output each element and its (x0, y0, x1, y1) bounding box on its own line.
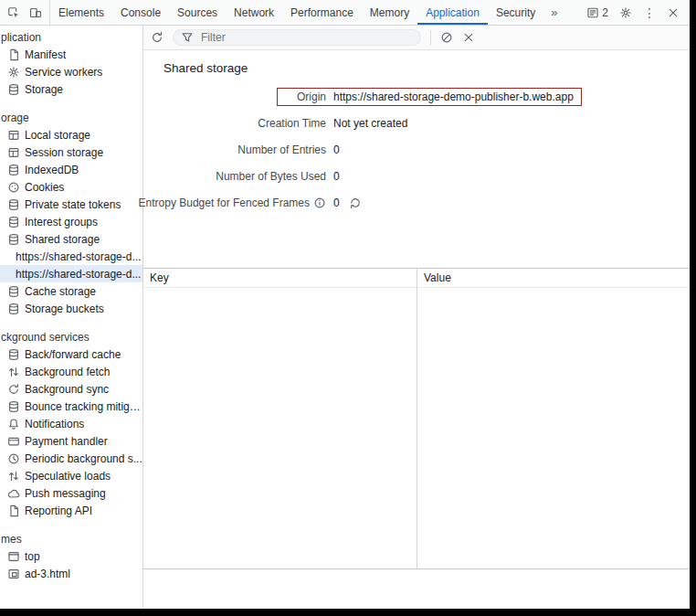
table-icon (7, 129, 20, 142)
sidebar-item-label: top (25, 550, 40, 563)
refresh-button[interactable] (151, 31, 163, 44)
tab-security[interactable]: Security (488, 0, 543, 25)
sidebar-item-private-state-tokens[interactable]: Private state tokens (0, 196, 142, 213)
column-header-key[interactable]: Key (143, 271, 417, 284)
sidebar-item-local-storage[interactable]: Local storage (0, 126, 142, 143)
reset-entropy-button[interactable] (349, 196, 362, 209)
metadata-label: Creation Time (143, 117, 326, 130)
tabbar-left-icons (0, 0, 50, 25)
refresh-icon (151, 31, 163, 44)
entries-count-value: 0 (333, 143, 340, 156)
sidebar-item-label: Notifications (25, 418, 84, 430)
metadata-label: Number of Bytes Used (143, 170, 326, 183)
storage-metadata-report: Origin https://shared-storage-demo-publi… (143, 83, 690, 216)
devtools-tabbar: Elements Console Sources Network Perform… (0, 0, 696, 26)
sidebar-item-interest-groups[interactable]: Interest groups (0, 213, 142, 230)
sidebar-item-payment-handler[interactable]: Payment handler (0, 432, 142, 450)
sidebar-item-back-forward-cache[interactable]: Back/forward cache (0, 345, 142, 363)
section-title-storage: orage (0, 110, 142, 126)
clock-icon (7, 452, 20, 465)
settings-gear-icon[interactable] (619, 6, 632, 19)
sidebar-item-background-fetch[interactable]: Background fetch (0, 363, 142, 380)
entropy-budget-value: 0 (333, 196, 340, 209)
sidebar-item-shared-storage[interactable]: Shared storage (0, 230, 142, 248)
sidebar-item-background-sync[interactable]: Background sync (0, 380, 142, 398)
device-toolbar-icon[interactable] (29, 6, 42, 19)
file-icon (7, 48, 20, 61)
sidebar-item-label: Speculative loads (25, 470, 111, 483)
entries-table: Key Value (143, 268, 690, 569)
sidebar-item-bounce-tracking-mitigations[interactable]: Bounce tracking mitiga... (0, 398, 142, 415)
sidebar-item-cache-storage[interactable]: Cache storage (0, 282, 142, 300)
sidebar-item-label: Storage buckets (25, 303, 104, 315)
sidebar-item-manifest[interactable]: Manifest (0, 46, 142, 63)
sidebar-item-label: Reporting API (25, 504, 92, 517)
origin-value: https://shared-storage-demo-publisher-b.… (333, 90, 574, 103)
delete-all-button[interactable] (440, 31, 453, 44)
sidebar-item-label: Cookies (25, 181, 64, 194)
sidebar-item-shared-storage-origin-a[interactable]: https://shared-storage-d... (0, 248, 142, 265)
sidebar-section-application: plication Manifest Service workers Stora… (0, 29, 142, 98)
delete-selected-button[interactable] (462, 31, 475, 44)
metadata-label: Origin (283, 90, 326, 103)
column-header-value[interactable]: Value (417, 271, 451, 284)
sidebar-item-push-messaging[interactable]: Push messaging (0, 484, 142, 502)
sidebar-item-label: Background fetch (25, 366, 110, 378)
sidebar-item-frame-ad-3[interactable]: ad-3.html (0, 565, 142, 582)
sidebar-item-frame-top[interactable]: top (0, 547, 142, 565)
sync-icon (7, 383, 20, 396)
table-icon (7, 146, 20, 159)
database-icon (7, 303, 20, 315)
sidebar-item-shared-storage-origin-b[interactable]: https://shared-storage-d... (0, 265, 142, 282)
database-icon (7, 400, 20, 413)
filter-box[interactable] (173, 29, 421, 46)
metadata-label: Entropy Budget for Fenced Frames (143, 196, 326, 209)
sidebar-item-label: Cache storage (25, 285, 96, 298)
sidebar-item-label: IndexedDB (25, 164, 79, 176)
payment-card-icon (7, 435, 20, 448)
sidebar-item-service-workers[interactable]: Service workers (0, 63, 142, 80)
database-icon (7, 164, 20, 176)
sidebar-item-cookies[interactable]: Cookies (0, 178, 142, 196)
cookie-icon (7, 181, 20, 194)
sidebar-section-frames: mes top ad-3.html (0, 531, 142, 582)
up-down-arrows-icon (7, 470, 20, 483)
shared-storage-panel: Shared storage Origin https://shared-sto… (143, 26, 690, 609)
tab-console[interactable]: Console (112, 0, 169, 25)
sidebar-item-label: Bounce tracking mitiga... (25, 400, 142, 413)
sidebar-section-background-services: ckground services Back/forward cache Bac… (0, 329, 142, 519)
page-title: Shared storage (163, 61, 690, 75)
kebab-menu-icon[interactable]: ⋮ (643, 6, 656, 19)
sidebar-item-label: https://shared-storage-d... (16, 250, 141, 263)
iframe-icon (7, 568, 20, 580)
tab-network[interactable]: Network (226, 0, 282, 25)
sidebar-item-indexeddb[interactable]: IndexedDB (0, 161, 142, 178)
sidebar-item-storage-buckets[interactable]: Storage buckets (0, 300, 142, 317)
cloud-icon (7, 487, 20, 500)
sidebar-item-storage[interactable]: Storage (0, 80, 142, 98)
sidebar-item-notifications[interactable]: Notifications (0, 415, 142, 432)
frame-icon (7, 550, 20, 563)
database-icon (7, 285, 20, 298)
filter-input[interactable] (199, 30, 413, 45)
tabbar-right-controls: 2 ⋮ (586, 0, 687, 25)
console-messages-badge[interactable]: 2 (586, 6, 608, 19)
close-devtools-icon[interactable] (667, 6, 680, 19)
entropy-label-text: Entropy Budget for Fenced Frames (139, 196, 310, 209)
inspect-element-icon[interactable] (7, 6, 20, 19)
tab-elements[interactable]: Elements (50, 0, 112, 25)
metadata-row-creation-time: Creation Time Not yet created (143, 110, 690, 136)
tab-performance[interactable]: Performance (282, 0, 362, 25)
file-icon (7, 504, 20, 517)
tab-memory[interactable]: Memory (362, 0, 417, 25)
tab-application[interactable]: Application (417, 0, 488, 25)
info-icon[interactable] (313, 196, 326, 209)
more-tabs-button[interactable]: » (543, 0, 564, 25)
sidebar-item-reporting-api[interactable]: Reporting API (0, 502, 142, 519)
sidebar-item-speculative-loads[interactable]: Speculative loads (0, 467, 142, 484)
database-icon (7, 233, 20, 246)
sidebar-item-session-storage[interactable]: Session storage (0, 143, 142, 161)
tab-sources[interactable]: Sources (169, 0, 226, 25)
sidebar-item-periodic-background-sync[interactable]: Periodic background s... (0, 450, 142, 467)
table-column-divider[interactable] (417, 269, 417, 568)
